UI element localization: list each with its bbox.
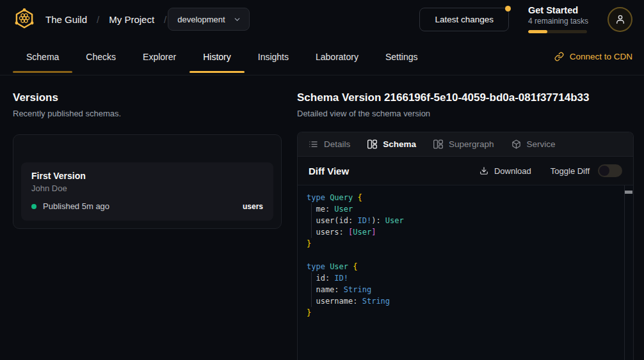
- target-dropdown[interactable]: development: [168, 8, 249, 31]
- toggle-diff-switch[interactable]: [598, 164, 622, 177]
- nav-tab-settings[interactable]: Settings: [372, 38, 431, 75]
- get-started-title: Get Started: [528, 5, 588, 15]
- get-started-progress-fill: [528, 30, 547, 33]
- notification-dot: [505, 6, 511, 12]
- connect-to-cdn-label: Connect to CDN: [570, 52, 632, 61]
- version-detail-panel: Schema Version 2166196f-5e10-4059-bd0a-0…: [297, 75, 644, 360]
- columns-icon: [367, 139, 377, 149]
- tab-supergraph[interactable]: Supergraph: [433, 139, 494, 149]
- box-icon: [511, 139, 521, 149]
- tab-schema[interactable]: Schema: [367, 139, 416, 149]
- schema-detail-card: Details Schema: [297, 132, 634, 360]
- version-detail-subtitle: Detailed view of the schema version: [297, 109, 634, 118]
- nav-tab-explorer[interactable]: Explorer: [129, 38, 189, 75]
- breadcrumb-separator: /: [164, 14, 166, 25]
- get-started-progress-bar: [528, 30, 587, 33]
- app-header: The Guild / My Project / development Lat…: [0, 0, 644, 38]
- published-status-dot: [31, 204, 36, 209]
- connect-to-cdn-link[interactable]: Connect to CDN: [554, 52, 634, 61]
- toggle-diff-label: Toggle Diff: [551, 166, 590, 176]
- nav-tab-laboratory[interactable]: Laboratory: [302, 38, 372, 75]
- version-author: John Doe: [31, 184, 263, 193]
- breadcrumb-project[interactable]: My Project: [109, 14, 154, 25]
- hive-logo-icon[interactable]: [13, 8, 36, 30]
- versions-card: First Version John Doe Published 5m ago …: [13, 134, 282, 229]
- nav-tab-checks[interactable]: Checks: [72, 38, 129, 75]
- nav-tab-insights[interactable]: Insights: [245, 38, 302, 75]
- download-icon: [479, 166, 488, 175]
- target-dropdown-value: development: [177, 15, 225, 24]
- code-content: type Query { me: User user(id: ID!): Use…: [307, 192, 620, 318]
- diff-toolbar-actions: Download Toggle Diff: [479, 164, 622, 177]
- tab-service[interactable]: Service: [511, 139, 556, 149]
- version-name: First Version: [31, 171, 263, 181]
- get-started-widget[interactable]: Get Started 4 remaining tasks: [528, 5, 588, 33]
- version-status-text: Published 5m ago: [43, 201, 109, 211]
- page-content: Versions Recently published schemas. Fir…: [0, 75, 644, 360]
- columns-icon: [433, 139, 443, 149]
- target-navbar: Schema Checks Explorer History Insights …: [0, 38, 644, 75]
- link-icon: [554, 52, 564, 61]
- toggle-knob: [599, 166, 609, 176]
- header-right: Latest changes Get Started 4 remaining t…: [419, 5, 632, 33]
- download-label: Download: [494, 166, 531, 176]
- versions-panel: Versions Recently published schemas. Fir…: [0, 75, 297, 360]
- diff-view-title: Diff View: [309, 166, 349, 176]
- download-button[interactable]: Download: [479, 166, 531, 176]
- nav-tabs: Schema Checks Explorer History Insights …: [13, 38, 431, 75]
- schema-code-viewer[interactable]: type Query { me: User user(id: ID!): Use…: [298, 185, 633, 360]
- version-detail-title: Schema Version 2166196f-5e10-4059-bd0a-0…: [297, 91, 634, 104]
- breadcrumb-separator: /: [97, 14, 99, 25]
- get-started-subtitle: 4 remaining tasks: [528, 17, 588, 26]
- nav-tab-history[interactable]: History: [189, 38, 245, 75]
- user-avatar[interactable]: [608, 7, 632, 32]
- version-list-item[interactable]: First Version John Doe Published 5m ago …: [21, 162, 273, 221]
- list-icon: [309, 139, 318, 149]
- versions-title: Versions: [13, 91, 282, 104]
- version-service-tag: users: [243, 202, 263, 211]
- user-icon: [615, 13, 626, 25]
- versions-subtitle: Recently published schemas.: [13, 109, 282, 118]
- code-scrollbar-track[interactable]: [624, 185, 633, 360]
- nav-tab-schema[interactable]: Schema: [13, 38, 72, 75]
- breadcrumb-org[interactable]: The Guild: [45, 14, 87, 25]
- detail-tabs: Details Schema: [298, 132, 633, 157]
- latest-changes-label: Latest changes: [435, 15, 494, 24]
- code-scrollbar-thumb[interactable]: [625, 191, 632, 194]
- toggle-diff-control: Toggle Diff: [551, 164, 622, 177]
- diff-toolbar: Diff View Download Toggle Diff: [298, 157, 633, 185]
- latest-changes-button[interactable]: Latest changes: [419, 8, 509, 31]
- version-status-row: Published 5m ago users: [31, 201, 263, 211]
- chevron-down-icon: [233, 15, 241, 24]
- tab-details[interactable]: Details: [309, 139, 350, 149]
- breadcrumb: The Guild / My Project /: [45, 14, 166, 25]
